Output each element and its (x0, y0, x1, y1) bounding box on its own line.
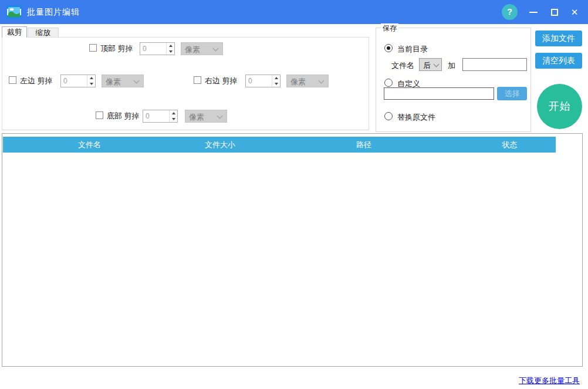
add-label: 加 (448, 60, 455, 71)
clear-list-button[interactable]: 清空列表 (535, 53, 582, 69)
column-header-filename[interactable]: 文件名 (3, 137, 176, 153)
spinner-up-icon[interactable] (87, 75, 96, 81)
chevron-down-icon (134, 78, 140, 84)
column-header-path[interactable]: 路径 (264, 137, 464, 153)
filename-position-value: 后 (423, 60, 431, 71)
crop-right-unit-value: 像素 (290, 77, 306, 87)
checkbox-crop-bottom[interactable] (96, 111, 103, 119)
crop-top-unit-value: 像素 (185, 45, 200, 55)
spinner-down-icon[interactable] (87, 81, 96, 87)
chevron-down-icon (319, 78, 325, 84)
crop-bottom-label: 底部 剪掉 (107, 111, 140, 121)
filename-label: 文件名 (391, 60, 414, 71)
radio-current-directory[interactable] (384, 44, 393, 52)
crop-left-amount-value: 0 (63, 77, 67, 85)
start-button[interactable]: 开始 (537, 84, 582, 129)
close-button[interactable]: ✕ (565, 0, 584, 24)
close-icon: ✕ (565, 0, 584, 24)
app-icon (6, 5, 22, 19)
spinner-down-icon[interactable] (170, 116, 178, 122)
minimize-button[interactable] (523, 0, 543, 24)
help-button[interactable]: ? (502, 4, 518, 20)
replace-original-label: 替换原文件 (397, 112, 435, 123)
spinner-up-icon[interactable] (170, 110, 178, 116)
minimize-icon (529, 12, 538, 13)
suffix-input[interactable] (462, 58, 527, 71)
checkbox-crop-top[interactable] (89, 44, 97, 52)
checkbox-crop-left[interactable] (9, 76, 16, 84)
crop-right-amount-spinner[interactable]: 0 (245, 75, 281, 87)
radio-replace-original[interactable] (384, 112, 393, 120)
maximize-icon (551, 9, 558, 16)
save-groupbox: 保存 当前目录 文件名 后 加 自定义 选择 替换原文件 (376, 28, 531, 132)
column-header-filesize[interactable]: 文件大小 (176, 137, 264, 153)
window-title: 批量图片编辑 (27, 0, 80, 24)
crop-bottom-unit-select[interactable]: 像素 (185, 110, 227, 123)
table-header: 文件名 文件大小 路径 状态 (3, 137, 556, 153)
maximize-button[interactable] (545, 0, 565, 24)
checkbox-crop-right[interactable] (194, 76, 201, 84)
spinner-buttons (272, 75, 280, 87)
crop-top-amount-spinner[interactable]: 0 (140, 42, 175, 55)
chevron-down-icon (217, 113, 223, 119)
crop-top-unit-select[interactable]: 像素 (181, 42, 223, 55)
tab-crop[interactable]: 裁剪 (2, 26, 27, 38)
spinner-buttons (166, 43, 174, 55)
spinner-buttons (87, 75, 95, 87)
tab-scale[interactable]: 缩放 (28, 28, 59, 38)
add-files-button[interactable]: 添加文件 (535, 31, 582, 46)
spinner-up-icon[interactable] (272, 75, 281, 81)
crop-bottom-unit-value: 像素 (189, 112, 204, 123)
save-group-label: 保存 (381, 23, 398, 33)
crop-left-label: 左边 剪掉 (20, 76, 53, 86)
file-list-table: 文件名 文件大小 路径 状态 (2, 133, 583, 367)
column-header-status[interactable]: 状态 (464, 137, 556, 153)
crop-left-amount-spinner[interactable]: 0 (60, 75, 96, 87)
crop-left-unit-select[interactable]: 像素 (102, 75, 144, 87)
spinner-down-icon[interactable] (272, 81, 281, 87)
download-more-tools-link[interactable]: 下载更多批量工具 (519, 376, 580, 386)
crop-top-label: 顶部 剪掉 (100, 43, 133, 54)
custom-path-input[interactable] (384, 87, 494, 100)
question-icon: ? (507, 7, 512, 16)
crop-right-label: 右边 剪掉 (205, 76, 238, 86)
app-window: 批量图片编辑 ? ✕ 裁剪 缩放 顶部 剪掉 0 像素 左边 剪掉 0 (0, 0, 588, 389)
titlebar: 批量图片编辑 ? ✕ (0, 0, 588, 24)
spinner-up-icon[interactable] (167, 43, 175, 49)
choose-folder-button[interactable]: 选择 (497, 87, 527, 100)
crop-left-unit-value: 像素 (106, 77, 121, 87)
crop-top-amount-value: 0 (143, 45, 147, 53)
radio-custom-directory[interactable] (384, 79, 393, 87)
crop-right-unit-select[interactable]: 像素 (286, 75, 329, 87)
crop-bottom-amount-spinner[interactable]: 0 (143, 110, 178, 123)
filename-position-select[interactable]: 后 (419, 58, 442, 71)
crop-right-amount-value: 0 (248, 77, 252, 85)
chevron-down-icon (213, 46, 219, 52)
chevron-down-icon (434, 62, 440, 67)
spinner-down-icon[interactable] (167, 49, 175, 55)
spinner-buttons (169, 110, 177, 122)
crop-bottom-amount-value: 0 (146, 112, 150, 120)
current-directory-label: 当前目录 (397, 44, 428, 55)
